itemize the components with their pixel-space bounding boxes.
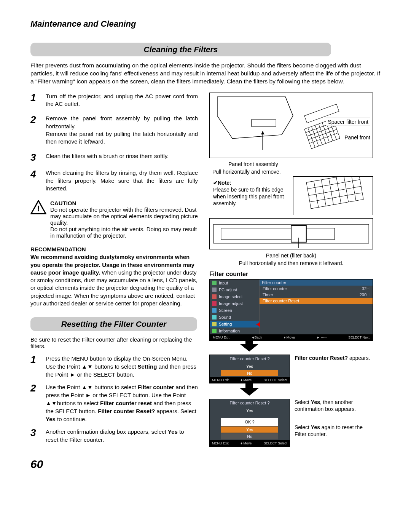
page-number: 60 (30, 456, 381, 471)
reset-2-q: Filter counter Reset? (98, 408, 155, 414)
dialog2-yes2: Yes (221, 427, 278, 433)
menu-footer-exit: MENU Exit (212, 335, 230, 339)
reset-2-yes: Yes (46, 416, 56, 422)
menu-footer-next: SELECT Next (347, 335, 370, 339)
step-4-text: When cleaning the filters by rinsing, dr… (46, 169, 198, 192)
menu-item-setting: Setting (210, 321, 259, 328)
menu-screenshot: Input PC adjust Image select Image adjus… (209, 279, 373, 341)
menu-item-information: Information (210, 328, 259, 334)
dialog1-yes: Yes (221, 363, 278, 369)
dialog2-title: Filter counter Reset ? (210, 399, 290, 407)
menu-row-filter-counter-reset: Filter counter Reset (260, 298, 373, 304)
step-1-number: 1 (30, 93, 46, 108)
label-spacer-filter-front: Spacer filter front (326, 118, 370, 126)
note-title: ✔Note: (213, 180, 231, 186)
annot3-yes: Yes (311, 424, 320, 430)
label-panel-front-assembly: Panel front assembly (209, 161, 373, 167)
dialog2-yes: Yes (221, 407, 278, 414)
dialog1-no: No (221, 370, 278, 376)
reset-2-fcr: Filter counter reset (100, 400, 152, 406)
menu-footer-dash: ► ----- (316, 335, 327, 339)
filter-counter-title: Filter counter (209, 271, 373, 278)
step-3-text: Clean the filters with a brush or rinse … (46, 152, 198, 162)
step-4-number: 4 (30, 169, 46, 192)
step-2-number: 2 (30, 115, 46, 145)
reset-step-1-number: 1 (30, 355, 46, 379)
reset-3-yes: Yes (168, 428, 178, 435)
menu-item-sound: Sound (210, 314, 259, 321)
chapter-title: Maintenance and Cleaning (30, 19, 381, 31)
menu-item-screen: Screen (210, 307, 259, 314)
dialog1-footer-move: ♦ Move (241, 378, 252, 382)
label-panel-net: Panel net (filter back) (209, 252, 373, 259)
annot1-text: appears. (348, 355, 370, 361)
reset-2d: appears. Select (155, 408, 196, 414)
step-1-text: Turn off the projector, and unplug the A… (46, 93, 198, 108)
reset-intro: Be sure to reset the Filter counter afte… (30, 336, 198, 349)
note-body: Please be sure to fit this edge when ins… (213, 187, 284, 206)
illustration-panel-net (209, 218, 373, 249)
menu-item-pc-adjust: PC adjust (210, 286, 259, 293)
arrow-down-icon (240, 388, 259, 396)
arrow-down-icon (240, 344, 259, 351)
step-3-number: 3 (30, 152, 46, 162)
reset-2e: to continue. (56, 416, 87, 422)
dialog2-footer-move: ♦ Move (241, 441, 252, 445)
reset-2-fc: Filter counter (137, 384, 174, 390)
menu-right-header: Filter counter (260, 280, 373, 286)
reset-step-2-number: 2 (30, 383, 46, 423)
dialog-filter-counter-reset-1: Filter counter Reset ? Yes No MENU Exit … (209, 355, 290, 383)
reset-2a: Use the Point ▲▼ buttons to select (46, 384, 137, 390)
intro-paragraph: Filter prevents dust from accumulating o… (30, 62, 381, 86)
dialog1-footer-exit: MENU Exit (212, 378, 229, 382)
svg-text:!: ! (37, 204, 40, 213)
annot2-a: Select (295, 399, 311, 405)
menu-item-image-select: Image select (210, 293, 259, 300)
caution-p1: Do not operate the projector with the fi… (50, 206, 198, 226)
menu-row-timer: Timer200H (260, 292, 373, 298)
label-pull-remove: Pull horizontally and remove. (209, 169, 373, 175)
reset-3a: Another confirmation dialog box appears,… (46, 428, 168, 435)
menu-footer-move: ♦ Move (283, 335, 296, 339)
annot3-a: Select (295, 424, 311, 430)
section-cleaning-filters: Cleaning the Filters (30, 43, 331, 56)
recommendation-title: RECOMMENDATION (30, 246, 198, 253)
dialog2-footer-exit: MENU Exit (212, 441, 229, 445)
reset-step-3-number: 3 (30, 428, 46, 444)
dialog2-ok: OK ? (221, 418, 278, 426)
step-2b-text: Remove the panel net by pulling the latc… (46, 131, 198, 145)
step-2a-text: Remove the panel front assembly by pulli… (46, 115, 198, 129)
dialog1-footer-select: SELECT Select (264, 378, 287, 382)
menu-item-image-adjust: Image adjust (210, 300, 259, 307)
caution-title: CAUTION (50, 200, 198, 206)
caution-icon: ! (30, 200, 46, 239)
reset-1-setting: Setting (137, 363, 157, 370)
svg-rect-16 (306, 177, 363, 209)
dialog1-title: Filter counter Reset ? (210, 355, 290, 363)
dialog-filter-counter-reset-2: Filter counter Reset ? Yes OK ? Yes No M… (209, 399, 290, 447)
label-panel-front: Panel front (344, 135, 370, 141)
illustration-panel-assembly: Spacer filter front Panel front (209, 93, 373, 158)
caution-p2: Do not put anything into the air vents. … (50, 226, 198, 239)
dialog2-footer-select: SELECT Select (264, 441, 287, 445)
svg-rect-2 (251, 120, 276, 126)
menu-item-input: Input (210, 280, 259, 286)
dialog2-no2: No (221, 433, 278, 439)
label-pull-leftward: Pull horizontally and then remove it lef… (209, 260, 373, 266)
menu-row-filter-counter: Filter counter32H (260, 286, 373, 292)
section-resetting-filter-counter: Resetting the Filter Counter (30, 317, 197, 331)
annot1-bold: Filter counter Reset? (295, 355, 348, 361)
illustration-filter-grid (293, 176, 373, 215)
annot2-yes: Yes (311, 399, 320, 405)
